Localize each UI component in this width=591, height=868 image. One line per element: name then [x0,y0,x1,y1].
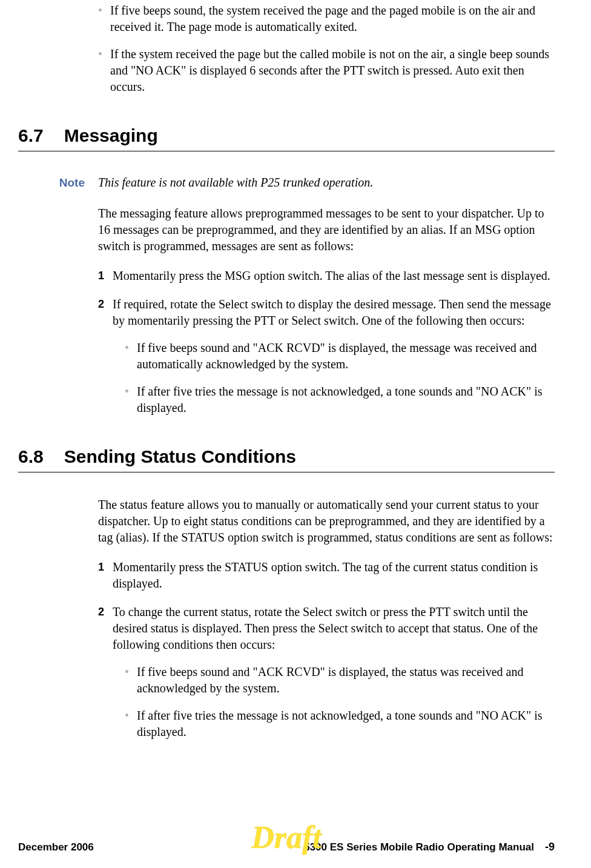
list-item: If five beeps sound, the system received… [98,2,555,35]
note-label: Note [54,176,85,190]
note-row: Note This feature is not available with … [18,176,555,190]
page-number: -9 [545,841,555,853]
list-item: If after five tries the message is not a… [125,383,555,416]
list-item: If five beeps sound and "ACK RCVD" is di… [125,664,555,697]
footer-title: 5300 ES Series Mobile Radio Operating Ma… [304,841,534,853]
step-text: Momentarily press the MSG option switch.… [113,269,550,282]
section-rule [18,472,555,472]
body-paragraph: The messaging feature allows preprogramm… [98,205,555,254]
section-68-body: The status feature allows you to manuall… [98,497,555,740]
step-number: 2 [98,605,104,619]
list-item: If after five tries the message is not a… [125,707,555,740]
section-heading-67: 6.7 Messaging [18,125,555,146]
footer-date: December 2006 [18,841,94,853]
numbered-list: 1 Momentarily press the MSG option switc… [98,268,555,416]
step-text: If required, rotate the Select switch to… [113,297,551,327]
intro-bullet-list: If five beeps sound, the system received… [98,2,555,95]
list-item: 1 Momentarily press the STATUS option sw… [98,559,555,592]
section-heading-68: 6.8 Sending Status Conditions [18,446,555,467]
section-title: Messaging [64,125,158,146]
section-67-body: The messaging feature allows preprogramm… [98,205,555,416]
footer-right: 5300 ES Series Mobile Radio Operating Ma… [304,841,555,853]
list-item: If five beeps sound and "ACK RCVD" is di… [125,340,555,373]
section-number: 6.8 [18,446,44,467]
step-number: 2 [98,297,104,311]
intro-block: If five beeps sound, the system received… [98,0,555,95]
sub-bullet-list: If five beeps sound and "ACK RCVD" is di… [125,664,555,740]
section-rule [18,151,555,151]
draft-watermark: Draft [251,822,322,853]
list-item: 1 Momentarily press the MSG option switc… [98,268,555,284]
step-number: 1 [98,560,104,574]
page-footer: December 2006 Draft 5300 ES Series Mobil… [18,841,555,853]
page: If five beeps sound, the system received… [0,0,591,740]
step-number: 1 [98,268,104,283]
numbered-list: 1 Momentarily press the STATUS option sw… [98,559,555,740]
note-text: This feature is not available with P25 t… [98,176,373,190]
section-title: Sending Status Conditions [64,446,296,467]
section-number: 6.7 [18,125,44,146]
step-text: To change the current status, rotate the… [113,605,538,651]
list-item: 2 To change the current status, rotate t… [98,604,555,740]
sub-bullet-list: If five beeps sound and "ACK RCVD" is di… [125,340,555,416]
list-item: If the system received the page but the … [98,46,555,95]
body-paragraph: The status feature allows you to manuall… [98,497,555,546]
step-text: Momentarily press the STATUS option swit… [113,560,538,590]
list-item: 2 If required, rotate the Select switch … [98,296,555,416]
